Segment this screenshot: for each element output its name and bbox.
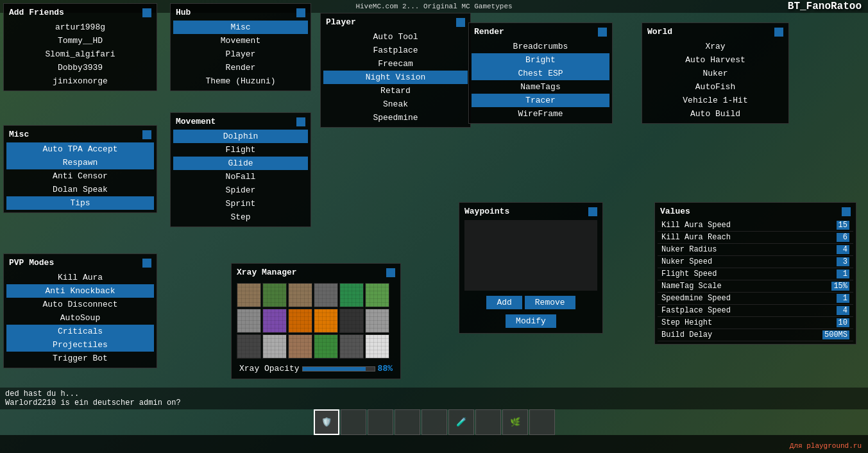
values-row[interactable]: Nuker Radius4 bbox=[658, 244, 853, 256]
pvp-item[interactable]: Kill Aura bbox=[6, 271, 154, 284]
xray-block-17[interactable] bbox=[365, 334, 389, 359]
player-item[interactable]: Sneak bbox=[323, 98, 468, 111]
hotbar-slot-4[interactable] bbox=[395, 409, 420, 435]
player-close[interactable] bbox=[456, 18, 465, 27]
xray-block-1[interactable] bbox=[262, 283, 287, 307]
pvp-item[interactable]: Projectiles bbox=[6, 338, 154, 352]
values-row[interactable]: Step Height10 bbox=[658, 317, 853, 329]
world-item[interactable]: Auto Harvest bbox=[645, 53, 786, 67]
misc-item[interactable]: Auto TPA Accept bbox=[6, 142, 154, 156]
friend-item[interactable]: Dobby3939 bbox=[6, 61, 154, 74]
values-close[interactable] bbox=[842, 207, 851, 216]
values-row[interactable]: Speedmine Speed1 bbox=[658, 293, 853, 305]
friend-item[interactable]: Tommy__HD bbox=[6, 34, 154, 47]
pvp-item[interactable]: Auto Disconnect bbox=[6, 298, 154, 311]
waypoints-modify-button[interactable]: Modify bbox=[506, 314, 556, 328]
hotbar-slot-6[interactable]: 🧪 bbox=[448, 409, 474, 435]
values-row[interactable]: Nuker Speed3 bbox=[658, 256, 853, 268]
hub-item[interactable]: Misc bbox=[173, 21, 308, 34]
player-item[interactable]: Fastplace bbox=[323, 44, 468, 57]
hotbar-slot-1[interactable]: 🛡️ bbox=[314, 409, 339, 435]
values-row[interactable]: Build Delay500MS bbox=[658, 329, 853, 341]
misc-item[interactable]: Anti Censor bbox=[6, 169, 154, 183]
player-item[interactable]: Freecam bbox=[323, 57, 468, 71]
world-close[interactable] bbox=[774, 28, 783, 37]
pvp-item[interactable]: Trigger Bot bbox=[6, 352, 154, 365]
add-friends-close[interactable] bbox=[142, 8, 151, 17]
misc-close[interactable] bbox=[142, 130, 151, 139]
xray-block-12[interactable] bbox=[237, 334, 261, 359]
opacity-track[interactable] bbox=[302, 366, 375, 372]
xray-block-11[interactable] bbox=[365, 309, 389, 333]
pvp-item[interactable]: AutoSoup bbox=[6, 311, 154, 325]
hotbar-slot-3[interactable] bbox=[368, 409, 393, 435]
friend-item[interactable]: jinixonorge bbox=[6, 74, 154, 88]
xray-block-2[interactable] bbox=[288, 283, 312, 307]
waypoints-remove-button[interactable]: Remove bbox=[525, 296, 575, 309]
friend-item[interactable]: artur1998g bbox=[6, 21, 154, 34]
movement-item[interactable]: Flight bbox=[173, 143, 308, 157]
hotbar-slot-7[interactable] bbox=[475, 409, 501, 435]
waypoints-add-button[interactable]: Add bbox=[486, 296, 522, 309]
xray-block-6[interactable] bbox=[237, 309, 261, 333]
values-row[interactable]: Kill Aura Reach6 bbox=[658, 232, 853, 244]
player-item[interactable]: Night Vision bbox=[323, 71, 468, 84]
movement-item[interactable]: Sprint bbox=[173, 197, 308, 210]
xray-block-15[interactable] bbox=[314, 334, 338, 359]
pvp-item[interactable]: Criticals bbox=[6, 325, 154, 338]
render-item[interactable]: Tracer bbox=[472, 94, 609, 107]
values-row[interactable]: Fastplace Speed4 bbox=[658, 305, 853, 317]
hotbar-slot-9[interactable] bbox=[529, 409, 555, 435]
hub-item[interactable]: Player bbox=[173, 47, 308, 61]
waypoints-close[interactable] bbox=[588, 207, 597, 216]
xray-block-14[interactable] bbox=[288, 334, 312, 359]
xray-block-7[interactable] bbox=[262, 309, 287, 333]
hub-item[interactable]: Theme (Huzuni) bbox=[173, 74, 308, 88]
movement-item[interactable]: Spider bbox=[173, 184, 308, 197]
values-row[interactable]: Flight Speed1 bbox=[658, 268, 853, 280]
movement-item[interactable]: NoFall bbox=[173, 170, 308, 184]
player-item[interactable]: Auto Tool bbox=[323, 30, 468, 44]
xray-close[interactable] bbox=[386, 268, 395, 277]
world-item[interactable]: Vehicle 1-Hit bbox=[645, 94, 786, 107]
world-item[interactable]: AutoFish bbox=[645, 80, 786, 94]
xray-block-13[interactable] bbox=[262, 334, 287, 359]
world-item[interactable]: Auto Build bbox=[645, 107, 786, 121]
world-item[interactable]: Nuker bbox=[645, 67, 786, 80]
xray-block-0[interactable] bbox=[237, 283, 261, 307]
xray-block-3[interactable] bbox=[314, 283, 338, 307]
values-row[interactable]: NameTag Scale15% bbox=[658, 280, 853, 293]
pvp-close[interactable] bbox=[142, 259, 151, 268]
misc-item[interactable]: Respawn bbox=[6, 156, 154, 169]
hotbar-slot-5[interactable] bbox=[421, 409, 447, 435]
friend-item[interactable]: Slomi_algifari bbox=[6, 47, 154, 61]
xray-block-9[interactable] bbox=[314, 309, 338, 333]
xray-block-4[interactable] bbox=[339, 283, 364, 307]
misc-item[interactable]: Tips bbox=[6, 196, 154, 210]
pvp-item[interactable]: Anti Knockback bbox=[6, 284, 154, 298]
hotbar-slot-8[interactable]: 🌿 bbox=[502, 409, 528, 435]
movement-close[interactable] bbox=[296, 117, 305, 126]
hotbar-slot-2[interactable] bbox=[341, 409, 366, 435]
player-item[interactable]: Retard bbox=[323, 84, 468, 98]
render-item[interactable]: WireFrame bbox=[472, 107, 609, 121]
world-item[interactable]: Xray bbox=[645, 40, 786, 53]
xray-block-16[interactable] bbox=[339, 334, 364, 359]
xray-block-5[interactable] bbox=[365, 283, 389, 307]
xray-block-8[interactable] bbox=[288, 309, 312, 333]
render-close[interactable] bbox=[598, 28, 607, 37]
misc-item[interactable]: Dolan Speak bbox=[6, 183, 154, 196]
values-row[interactable]: Kill Aura Speed15 bbox=[658, 219, 853, 232]
player-item[interactable]: Speedmine bbox=[323, 111, 468, 124]
movement-item[interactable]: Step bbox=[173, 210, 308, 224]
render-item[interactable]: Breadcrumbs bbox=[472, 40, 609, 53]
render-item[interactable]: Bright bbox=[472, 53, 609, 67]
hub-item[interactable]: Movement bbox=[173, 34, 308, 47]
render-item[interactable]: Chest ESP bbox=[472, 67, 609, 80]
xray-block-10[interactable] bbox=[339, 309, 364, 333]
hub-close[interactable] bbox=[296, 8, 305, 17]
movement-item[interactable]: Glide bbox=[173, 157, 308, 170]
hub-item[interactable]: Render bbox=[173, 61, 308, 74]
movement-item[interactable]: Dolphin bbox=[173, 130, 308, 143]
render-item[interactable]: NameTags bbox=[472, 80, 609, 94]
